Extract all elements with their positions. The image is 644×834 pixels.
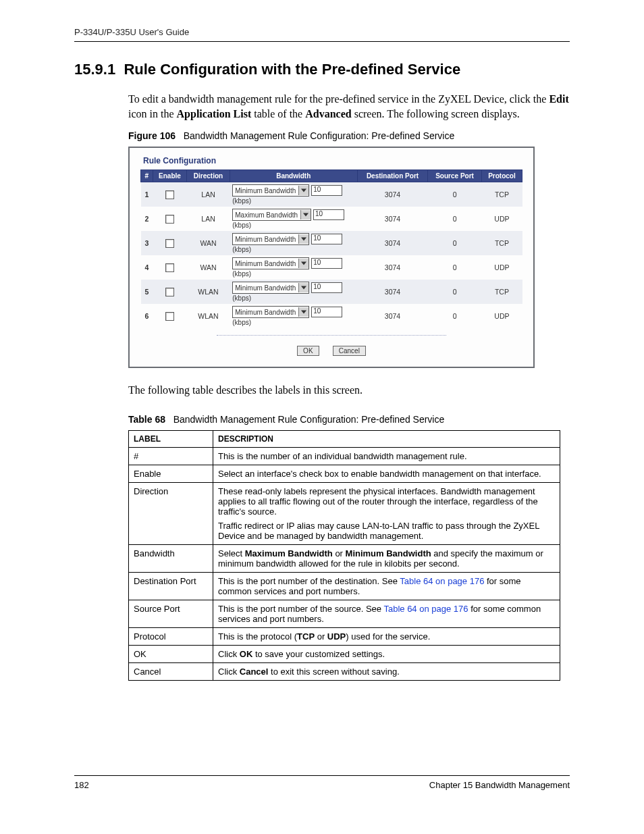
cell-dport: 3074	[357, 207, 428, 231]
cell-sport: 0	[428, 231, 482, 255]
svg-marker-2	[301, 238, 306, 241]
bandwidth-mode-select[interactable]: Minimum Bandwidth	[232, 233, 309, 245]
cell-sport: 0	[428, 255, 482, 280]
cell-bandwidth: Minimum Bandwidth 10 (kbps)	[230, 255, 357, 280]
cell-proto: UDP	[481, 304, 522, 328]
table-row: 6WLANMinimum Bandwidth 10 (kbps)30740UDP	[141, 304, 522, 328]
table-row: CancelClick Cancel to exit this screen w…	[129, 662, 560, 680]
bandwidth-mode-select[interactable]: Minimum Bandwidth	[232, 257, 309, 269]
cell-sport: 0	[428, 280, 482, 304]
cell-direction: WLAN	[187, 280, 230, 304]
chevron-down-icon	[298, 186, 308, 195]
cell-num: 1	[141, 182, 153, 207]
enable-checkbox[interactable]	[165, 312, 174, 321]
cell-enable	[153, 304, 187, 328]
table-row: 1LANMinimum Bandwidth 10 (kbps)30740TCP	[141, 182, 522, 207]
cross-ref-link[interactable]: Table 64 on page 176	[400, 576, 484, 586]
table-row: 4WANMinimum Bandwidth 10 (kbps)30740UDP	[141, 255, 522, 280]
cell-num: 3	[141, 231, 153, 255]
desc-label: Protocol	[129, 627, 213, 645]
table-row: 2LANMaximum Bandwidth 10 (kbps)30740UDP	[141, 207, 522, 231]
table-row: 5WLANMinimum Bandwidth 10 (kbps)30740TCP	[141, 280, 522, 304]
cell-direction: LAN	[187, 207, 230, 231]
desc-label: Direction	[129, 482, 213, 544]
bandwidth-unit: (kbps)	[232, 221, 251, 229]
cell-dport: 3074	[357, 304, 428, 328]
col-dport: Destination Port	[357, 170, 428, 182]
cell-direction: LAN	[187, 182, 230, 207]
table-row: EnableSelect an interface's check box to…	[129, 465, 560, 482]
figure-screenshot: Rule Configuration # Enable Direction Ba…	[128, 147, 535, 368]
cross-ref-link[interactable]: Table 64 on page 176	[383, 604, 468, 614]
desc-text: These read-only labels represent the phy…	[213, 482, 560, 544]
svg-marker-5	[301, 311, 306, 314]
table-row: 3WANMinimum Bandwidth 10 (kbps)30740TCP	[141, 231, 522, 255]
enable-checkbox[interactable]	[165, 215, 174, 224]
desc-text: Select an interface's check box to enabl…	[213, 465, 560, 482]
bandwidth-mode-select[interactable]: Minimum Bandwidth	[232, 282, 309, 294]
cell-proto: TCP	[481, 280, 522, 304]
col-sport: Source Port	[428, 170, 482, 182]
cell-proto: TCP	[481, 231, 522, 255]
panel-title: Rule Configuration	[143, 156, 522, 165]
cell-proto: UDP	[481, 207, 522, 231]
table-row: #This is the number of an individual ban…	[129, 447, 560, 465]
description-table: LABEL DESCRIPTION #This is the number of…	[128, 430, 560, 681]
desc-text: This is the number of an individual band…	[213, 447, 560, 465]
running-header: P-334U/P-335U User's Guide	[74, 27, 570, 42]
enable-checkbox[interactable]	[165, 190, 174, 199]
table-row: Destination PortThis is the port number …	[129, 572, 560, 600]
chapter-label: Chapter 15 Bandwidth Management	[429, 780, 570, 790]
enable-checkbox[interactable]	[165, 288, 174, 296]
table-caption: Table 68 Bandwidth Management Rule Confi…	[128, 414, 570, 425]
bandwidth-value-input[interactable]: 10	[311, 307, 342, 317]
col-bw: Bandwidth	[230, 170, 357, 182]
bandwidth-unit: (kbps)	[232, 197, 251, 205]
desc-label: Source Port	[129, 600, 213, 627]
bandwidth-mode-select[interactable]: Maximum Bandwidth	[232, 209, 311, 221]
cell-direction: WLAN	[187, 304, 230, 328]
cell-dport: 3074	[357, 182, 428, 207]
cell-sport: 0	[428, 304, 482, 328]
chevron-down-icon	[298, 283, 308, 292]
col-dir: Direction	[187, 170, 230, 182]
intro-paragraph: To edit a bandwidth management rule for …	[128, 92, 570, 121]
enable-checkbox[interactable]	[165, 263, 174, 272]
desc-text: This is the port number of the source. S…	[213, 600, 560, 627]
cell-enable	[153, 255, 187, 280]
cell-dport: 3074	[357, 231, 428, 255]
desc-label: Destination Port	[129, 572, 213, 600]
col-proto: Protocol	[481, 170, 522, 182]
bandwidth-mode-select[interactable]: Minimum Bandwidth	[232, 184, 309, 197]
cell-proto: UDP	[481, 255, 522, 280]
cell-num: 6	[141, 304, 153, 328]
bandwidth-value-input[interactable]: 10	[311, 258, 342, 269]
bandwidth-value-input[interactable]: 10	[313, 209, 344, 220]
desc-label: #	[129, 447, 213, 465]
bandwidth-unit: (kbps)	[232, 319, 251, 326]
enable-checkbox[interactable]	[165, 239, 174, 248]
cell-sport: 0	[428, 182, 482, 207]
bandwidth-value-input[interactable]: 10	[311, 282, 342, 293]
desc-label: Enable	[129, 465, 213, 482]
cancel-button[interactable]: Cancel	[333, 346, 366, 356]
svg-marker-4	[301, 286, 306, 290]
page-footer: 182 Chapter 15 Bandwidth Management	[74, 775, 570, 790]
cell-enable	[153, 182, 187, 207]
desc-label: OK	[129, 645, 213, 662]
mid-paragraph: The following table describes the labels…	[128, 383, 570, 398]
cell-bandwidth: Minimum Bandwidth 10 (kbps)	[230, 182, 357, 207]
bandwidth-mode-select[interactable]: Minimum Bandwidth	[232, 306, 309, 318]
ok-button[interactable]: OK	[297, 346, 319, 356]
bandwidth-value-input[interactable]: 10	[311, 185, 342, 196]
svg-marker-1	[303, 213, 308, 217]
desc-head-label: LABEL	[129, 430, 213, 447]
cell-dport: 3074	[357, 255, 428, 280]
desc-label: Cancel	[129, 662, 213, 680]
cell-sport: 0	[428, 207, 482, 231]
table-row: ProtocolThis is the protocol (TCP or UDP…	[129, 627, 560, 645]
cell-enable	[153, 280, 187, 304]
desc-text: Click OK to save your customized setting…	[213, 645, 560, 662]
bandwidth-value-input[interactable]: 10	[311, 234, 342, 244]
section-heading: 15.9.1 Rule Configuration with the Pre-d…	[74, 61, 570, 78]
